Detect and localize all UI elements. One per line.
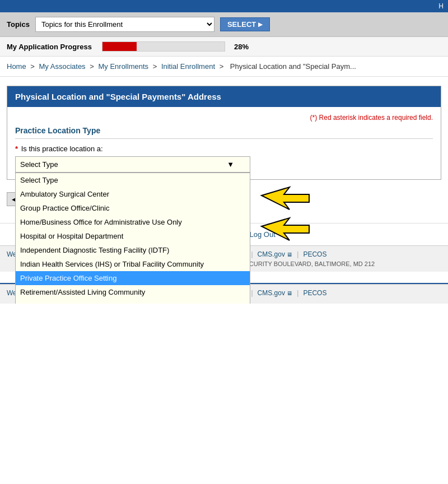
progress-row: My Application Progress 28% (0, 37, 448, 57)
dropdown-wrapper: Select Type ▼ Select Type Ambulatory Sur… (15, 156, 250, 173)
section-body: (*) Red asterisk indicates a required fi… (7, 107, 441, 179)
dropdown-option-skilled-nursing[interactable]: Skilled Nursing Facility and/or Nursing … (16, 299, 250, 304)
progress-percentage: 28% (234, 43, 249, 51)
top-bar-label: H (438, 2, 444, 10)
cms-icon-2: 🖥 (287, 290, 292, 296)
dropdown-wrapper-container: Select Type ▼ Select Type Ambulatory Sur… (15, 156, 433, 173)
bottom-sep-3: | (297, 250, 298, 258)
main-content: Physical Location and "Special Payments"… (0, 77, 448, 218)
bottom-sep-5: | (251, 289, 253, 297)
required-star: * (15, 145, 18, 153)
dropdown-option-group-practice[interactable]: Group Practice Office/Clinic (16, 201, 250, 215)
footer-cms-link[interactable]: CMS.gov 🖥 (258, 250, 293, 258)
topics-row: Topics Topics for this Enrollment SELECT… (0, 12, 448, 37)
breadcrumb-current: Physical Location and "Special Paym... (230, 62, 356, 71)
dropdown-option-home-business[interactable]: Home/Business Office for Administrative … (16, 215, 250, 229)
dropdown-chevron-icon: ▼ (227, 160, 234, 169)
footer-pecos-link[interactable]: PECOS (303, 250, 326, 258)
dropdown-selected-text: Select Type (20, 160, 58, 169)
dropdown-option-hospital[interactable]: Hospital or Hospital Department (16, 229, 250, 243)
dropdown-option-indian-health[interactable]: Indian Health Services (IHS) or Tribal F… (16, 257, 250, 271)
footer-pecos-label-2: PECOS (303, 289, 326, 297)
section-title: Physical Location and "Special Payments"… (15, 92, 221, 101)
dropdown-option-private-practice[interactable]: Private Practice Office Setting (16, 271, 250, 285)
select-button-arrow-icon: ▶ (258, 21, 263, 27)
section-header: Physical Location and "Special Payments"… (7, 86, 441, 107)
dropdown-selected[interactable]: Select Type ▼ (15, 156, 250, 173)
breadcrumb: Home > My Associates > My Enrollments > … (0, 57, 448, 77)
footer-cms-label: CMS.gov (258, 250, 285, 258)
select-button[interactable]: SELECT ▶ (220, 17, 270, 31)
select-button-label: SELECT (227, 20, 256, 29)
dropdown-option-retirement[interactable]: Retirement/Assisted Living Community (16, 285, 250, 299)
field-label: * Is this practice location a: (15, 145, 433, 153)
topics-dropdown[interactable]: Topics for this Enrollment (35, 17, 214, 32)
cms-icon: 🖥 (287, 252, 292, 258)
dropdown-option-select-type[interactable]: Select Type (16, 173, 250, 187)
breadcrumb-sep-3: > (153, 62, 159, 71)
breadcrumb-sep-1: > (30, 62, 36, 71)
dropdown-option-ambulatory[interactable]: Ambulatory Surgical Center (16, 187, 250, 201)
dropdown-list: Select Type Ambulatory Surgical Center G… (15, 173, 250, 304)
subsection-title: Practice Location Type (15, 126, 433, 139)
progress-label: My Application Progress (7, 43, 96, 51)
footer-cms-link-2[interactable]: CMS.gov 🖥 (258, 289, 293, 297)
breadcrumb-sep-4: > (220, 62, 226, 71)
topics-label: Topics (7, 20, 30, 29)
bottom-sep-2: | (251, 250, 253, 258)
footer-pecos-label: PECOS (303, 250, 326, 258)
progress-bar-background (102, 41, 225, 52)
field-label-text: Is this practice location a: (21, 145, 103, 153)
dropdown-option-independent[interactable]: Independent Diagnostic Testing Facility … (16, 243, 250, 257)
breadcrumb-home[interactable]: Home (7, 62, 26, 71)
required-note: (*) Red asterisk indicates a required fi… (15, 114, 433, 122)
breadcrumb-associates[interactable]: My Associates (39, 62, 86, 71)
progress-bar-fill (102, 42, 137, 51)
top-bar: H (0, 0, 448, 12)
breadcrumb-sep-2: > (90, 62, 96, 71)
section-box: Physical Location and "Special Payments"… (7, 86, 441, 180)
bottom-sep-6: | (297, 289, 298, 297)
footer-pecos-link-2[interactable]: PECOS (303, 289, 326, 297)
breadcrumb-enrollments[interactable]: My Enrollments (98, 62, 148, 71)
footer-logout-link[interactable]: Log Out (250, 230, 276, 239)
footer-cms-label-2: CMS.gov (258, 289, 285, 297)
breadcrumb-initial-enrollment[interactable]: Initial Enrollment (161, 62, 215, 71)
